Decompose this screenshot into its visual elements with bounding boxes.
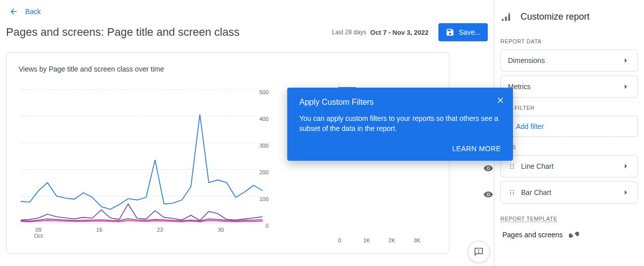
- svg-point-7: [510, 192, 511, 193]
- bar-chart-item[interactable]: Bar Chart: [500, 181, 638, 204]
- section-report-filter: ORT FILTER: [500, 105, 638, 111]
- svg-point-6: [510, 190, 511, 191]
- visibility-icon[interactable]: [483, 189, 493, 200]
- svg-point-5: [513, 168, 514, 169]
- tooltip-body: You can apply custom filters to your rep…: [299, 114, 501, 134]
- unlink-icon[interactable]: [569, 230, 579, 240]
- range-dates: Oct 7 - Nov 3, 2022: [370, 29, 429, 36]
- learn-more-button[interactable]: LEARN MORE: [299, 145, 501, 153]
- line-chart-item[interactable]: Line Chart: [500, 155, 638, 177]
- drag-icon: [508, 162, 516, 170]
- svg-point-11: [513, 194, 514, 195]
- svg-point-8: [510, 194, 511, 195]
- chevron-right-icon: [621, 162, 630, 171]
- date-range-picker[interactable]: Last 28 days Oct 7 - Nov 3, 2022: [328, 26, 433, 39]
- visibility-icon[interactable]: [483, 163, 493, 173]
- chevron-right-icon: [621, 82, 630, 91]
- svg-point-1: [510, 166, 511, 167]
- close-button[interactable]: [496, 96, 505, 107]
- chevron-right-icon: [621, 56, 630, 65]
- customize-panel: Customize report REPORT DATA Dimensions …: [494, 0, 644, 266]
- drag-icon: [508, 188, 516, 196]
- section-report-template: REPORT TEMPLATE: [500, 216, 557, 222]
- bar-chart-x-axis: 0 1K 2K 3K: [338, 237, 439, 243]
- feedback-icon: [473, 246, 484, 257]
- svg-point-13: [479, 252, 479, 253]
- svg-point-3: [513, 164, 514, 165]
- customize-icon: [500, 11, 511, 22]
- chevron-right-icon: [621, 188, 630, 197]
- back-label: Back: [25, 8, 41, 16]
- feedback-button[interactable]: [468, 241, 490, 263]
- save-icon: [445, 28, 455, 37]
- svg-point-0: [510, 164, 511, 165]
- template-row: Pages and screens: [500, 223, 638, 240]
- section-report-data: REPORT DATA: [500, 38, 638, 44]
- dimensions-button[interactable]: Dimensions: [500, 49, 638, 72]
- arrow-left-icon: [9, 7, 18, 16]
- add-filter-button[interactable]: Add filter: [500, 116, 638, 137]
- svg-point-10: [513, 192, 514, 193]
- svg-point-4: [513, 166, 514, 167]
- svg-point-2: [510, 168, 511, 169]
- save-label: Save...: [459, 28, 481, 36]
- metrics-button[interactable]: Metrics: [500, 76, 638, 98]
- page-title: Pages and screens: Page title and screen…: [6, 26, 322, 39]
- tooltip-title: Apply Custom Filters: [299, 98, 501, 107]
- custom-filters-tooltip: Apply Custom Filters You can apply custo…: [287, 88, 513, 161]
- svg-point-9: [513, 190, 514, 191]
- close-icon: [496, 96, 505, 105]
- section-charts: ARTS: [500, 144, 638, 150]
- back-button[interactable]: Back: [6, 4, 488, 21]
- panel-title: Customize report: [521, 12, 590, 22]
- line-chart-title: Views by Page title and screen class ove…: [19, 65, 439, 73]
- range-label: Last 28 days: [332, 29, 366, 36]
- save-button[interactable]: Save...: [438, 23, 488, 41]
